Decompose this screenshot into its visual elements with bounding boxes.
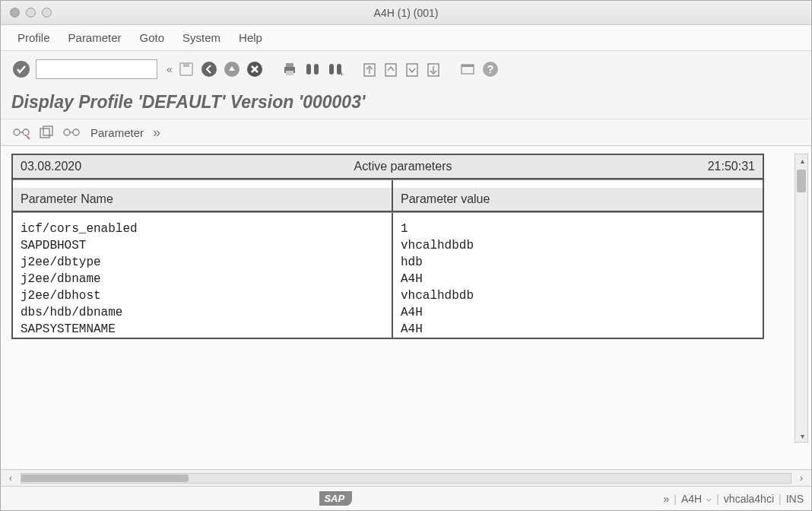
menubar-item-parameter[interactable]: Parameter [64, 28, 126, 47]
command-input[interactable] [36, 59, 157, 79]
scroll-down-icon[interactable]: ▾ [795, 430, 809, 442]
collapse-icon[interactable]: « [167, 63, 173, 75]
param-value-cell[interactable]: vhcalhdbdb [393, 287, 763, 304]
table-row[interactable]: icf/cors_enabled1 [13, 221, 763, 237]
table-row[interactable]: j2ee/dbnameA4H [13, 271, 763, 287]
column-header-name[interactable]: Parameter Name [13, 188, 393, 211]
menubar-item-goto[interactable]: Goto [135, 28, 170, 47]
window-title: A4H (1) (001) [1, 7, 811, 19]
expand-icon[interactable]: » [153, 125, 160, 141]
statusbar: SAP » | A4H ⌵ | vhcala4hci | INS [1, 486, 811, 510]
param-value-cell[interactable]: A4H [393, 304, 763, 321]
maximize-window-button[interactable] [42, 8, 52, 17]
table-caption: Active parameters [135, 155, 671, 178]
svg-rect-11 [329, 64, 334, 75]
param-value-cell[interactable]: hdb [393, 254, 763, 271]
hscroll-track[interactable] [21, 473, 791, 484]
vertical-scrollbar[interactable]: ▴ ▾ [795, 154, 808, 443]
enter-icon[interactable] [11, 59, 31, 79]
find-icon[interactable] [303, 60, 322, 78]
scroll-left-icon[interactable]: ‹ [5, 473, 16, 484]
next-page-icon[interactable] [404, 60, 420, 78]
svg-rect-15 [385, 64, 396, 76]
chevron-down-icon[interactable]: ⌵ [706, 494, 712, 503]
last-page-icon[interactable] [425, 60, 442, 78]
svg-rect-19 [462, 65, 474, 67]
column-header-value[interactable]: Parameter value [393, 188, 763, 211]
rows-container: icf/cors_enabled1SAPDBHOSTvhcalhdbdbj2ee… [13, 221, 763, 338]
param-name-cell[interactable]: j2ee/dbtype [13, 254, 393, 271]
print-icon[interactable] [281, 60, 299, 78]
standard-toolbar: « + [1, 51, 811, 87]
menubar: Profile Parameter Goto System Help [1, 25, 811, 51]
horizontal-scrollbar[interactable]: ‹ › [1, 469, 811, 486]
cancel-icon[interactable] [246, 60, 264, 78]
svg-rect-16 [407, 64, 417, 76]
glasses-icon[interactable] [62, 124, 81, 141]
table-time: 21:50:31 [671, 155, 763, 178]
content-area: 03.08.2020 Active parameters 21:50:31 Pa… [1, 146, 811, 469]
window-controls [1, 8, 52, 17]
menubar-item-help[interactable]: Help [234, 28, 267, 47]
prev-page-icon[interactable] [382, 60, 399, 78]
help-icon[interactable]: ? [481, 60, 500, 78]
exit-icon[interactable] [223, 60, 241, 78]
window-frame: A4H (1) (001) Profile Parameter Goto Sys… [0, 0, 812, 511]
param-value-cell[interactable]: A4H [393, 271, 763, 287]
table-row[interactable]: j2ee/dbhostvhcalhdbdb [13, 287, 763, 304]
save-icon[interactable] [177, 60, 195, 78]
svg-text:+: + [340, 71, 344, 78]
svg-rect-10 [314, 64, 319, 75]
table-caption-row: 03.08.2020 Active parameters 21:50:31 [13, 155, 763, 179]
status-system[interactable]: A4H [681, 493, 702, 505]
glasses-edit-icon[interactable] [11, 124, 31, 141]
param-name-cell[interactable]: icf/cors_enabled [13, 221, 393, 237]
hscroll-thumb[interactable] [21, 474, 189, 482]
menubar-item-profile[interactable]: Profile [13, 28, 55, 47]
application-toolbar: Parameter » [1, 119, 811, 146]
back-icon[interactable] [200, 60, 218, 78]
svg-rect-7 [286, 63, 293, 67]
minimize-window-button[interactable] [26, 8, 36, 17]
scroll-right-icon[interactable]: › [796, 473, 807, 484]
titlebar: A4H (1) (001) [1, 1, 811, 25]
svg-point-26 [64, 129, 70, 135]
first-page-icon[interactable] [361, 60, 378, 78]
param-name-cell[interactable]: j2ee/dbname [13, 271, 393, 287]
svg-point-22 [14, 129, 20, 135]
scroll-up-icon[interactable]: ▴ [795, 154, 809, 167]
page-title: Display Profile 'DEFAULT' Version '00000… [11, 92, 801, 113]
param-value-cell[interactable]: vhcalhdbdb [393, 237, 763, 254]
table-row[interactable]: SAPSYSTEMNAMEA4H [13, 321, 763, 338]
table-date: 03.08.2020 [13, 155, 135, 178]
close-window-button[interactable] [10, 8, 20, 17]
status-mode: INS [786, 493, 804, 505]
column-headers: Parameter Name Parameter value [13, 188, 763, 212]
new-session-icon[interactable] [458, 60, 477, 78]
param-name-cell[interactable]: dbs/hdb/dbname [13, 304, 393, 321]
svg-point-3 [201, 62, 217, 77]
table-row[interactable]: j2ee/dbtypehdb [13, 254, 763, 271]
svg-point-23 [23, 129, 29, 135]
table-row[interactable]: dbs/hdb/dbnameA4H [13, 304, 763, 321]
find-next-icon[interactable]: + [326, 60, 344, 78]
scroll-thumb[interactable] [797, 170, 806, 192]
table-row[interactable]: SAPDBHOSTvhcalhdbdb [13, 237, 763, 254]
svg-rect-8 [286, 71, 293, 75]
svg-rect-24 [40, 129, 49, 138]
sap-logo: SAP [8, 491, 664, 506]
param-value-cell[interactable]: A4H [393, 321, 763, 338]
param-name-cell[interactable]: j2ee/dbhost [13, 287, 393, 304]
server-icon[interactable] [37, 124, 56, 141]
svg-point-27 [73, 129, 79, 135]
page-title-row: Display Profile 'DEFAULT' Version '00000… [1, 87, 811, 119]
param-name-cell[interactable]: SAPDBHOST [13, 237, 393, 254]
menubar-item-system[interactable]: System [178, 28, 225, 47]
parameters-table: 03.08.2020 Active parameters 21:50:31 Pa… [11, 154, 764, 339]
svg-rect-2 [183, 63, 189, 67]
status-more-icon[interactable]: » [664, 493, 670, 505]
param-name-cell[interactable]: SAPSYSTEMNAME [13, 321, 393, 338]
param-value-cell[interactable]: 1 [393, 221, 763, 237]
parameter-label: Parameter [90, 126, 144, 139]
status-host: vhcala4hci [724, 493, 774, 505]
